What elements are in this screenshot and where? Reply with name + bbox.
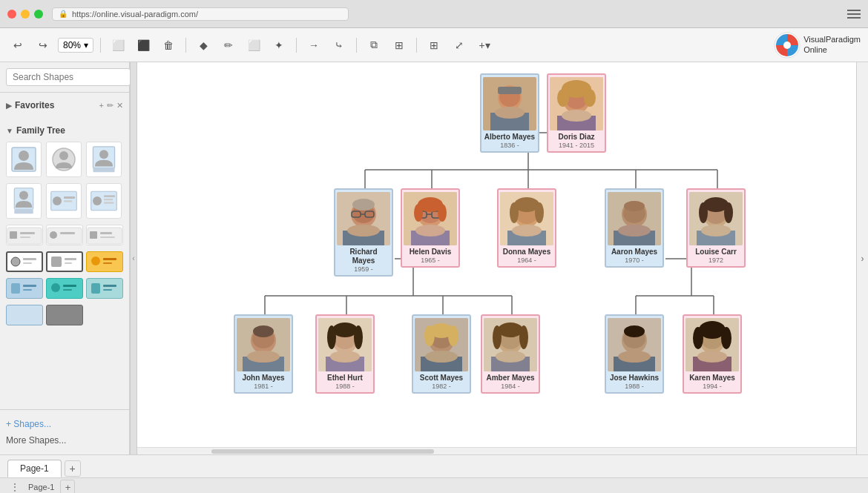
fill-button[interactable]: ◆ [193,35,214,56]
card-scott[interactable]: Scott Mayes 1982 - [412,314,471,394]
group-button[interactable]: ⧉ [364,35,384,56]
dates-scott: 1982 - [432,383,451,390]
shape-list-3[interactable] [86,225,123,245]
svg-rect-76 [498,87,522,94]
dates-jose: 1988 - [625,383,644,390]
card-helen[interactable]: Helen Davis 1965 - [401,188,460,268]
sidebar-collapse-handle[interactable]: ‹ [130,62,137,454]
line-color-button[interactable]: ✏ [218,35,239,56]
shape-blue-1[interactable] [6,278,43,299]
waypoint-button[interactable]: ⤷ [329,35,349,56]
url-text: https://online.visual-paradigm.com/ [72,10,198,19]
titlebar: 🔒 https://online.visual-paradigm.com/ [0,0,868,28]
favorites-actions: + ✏ ✕ [99,101,123,110]
fullscreen-button[interactable] [34,10,43,19]
shapes-row-4 [6,248,123,275]
card-karen[interactable]: Karen Mayes 1994 - [683,314,742,394]
shape-male-photo[interactable] [6,142,42,177]
shape-dark-1[interactable] [46,305,83,325]
more-shapes-button[interactable]: More Shapes... [6,432,66,449]
horizontal-scrollbar[interactable] [137,447,856,454]
shape-circle-photo[interactable] [46,142,82,177]
card-jose[interactable]: Jose Hawkins 1988 - [605,314,664,394]
shape-tall-photo[interactable] [6,183,42,219]
shape-list-1[interactable] [6,225,43,245]
photo-jose [608,318,661,371]
node-ethel[interactable]: Ethel Hurt 1988 - [315,314,375,394]
shape-list-2[interactable] [46,225,83,245]
add-button[interactable]: +▾ [474,35,495,56]
card-aaron[interactable]: Aaron Mayes 1970 - [605,188,664,268]
shape-plain-1[interactable] [6,305,43,325]
favorites-edit-btn[interactable]: ✏ [107,101,114,110]
sidebar-shapes-section: ▶ Favorites + ✏ ✕ ▼ Family Tree [0,93,129,409]
add-shapes-button[interactable]: + Shapes... [6,416,51,432]
scroll-thumb[interactable] [211,449,434,454]
name-jose: Jose Hawkins [610,374,659,383]
shape-light-blue-1[interactable] [86,278,123,299]
border-button[interactable]: ⬜ [243,35,264,56]
node-john[interactable]: John Mayes 1981 - [234,314,293,394]
close-button[interactable] [7,10,16,19]
card-alberto[interactable]: Alberto Mayes 1836 - [480,73,539,153]
menu-button[interactable] [847,10,861,19]
shape-teal-1[interactable] [46,278,83,299]
style-button[interactable]: ✦ [269,35,289,56]
shape-labeled-photo[interactable] [86,142,122,177]
card-donna[interactable]: Donna Mayes 1964 - [497,188,556,268]
svg-rect-35 [51,257,62,267]
address-bar[interactable]: 🔒 https://online.visual-paradigm.com/ [52,7,349,21]
favorites-header[interactable]: ▶ Favorites + ✏ ✕ [6,97,123,113]
fit-button[interactable]: ⤢ [449,35,470,56]
favorites-close-btn[interactable]: ✕ [116,101,123,110]
bottom-add-tab-button[interactable]: + [60,480,75,493]
tab-page-1[interactable]: Page-1 [7,460,62,477]
card-amber[interactable]: Amber Mayes 1984 - [481,314,540,394]
minimize-button[interactable] [21,10,30,19]
svg-rect-27 [60,232,75,234]
card-richard[interactable]: Richard Mayes 1959 - [334,188,393,277]
arrange-button[interactable]: ⊞ [389,35,410,56]
copy-button[interactable]: ⬜ [108,35,128,56]
node-alberto[interactable]: Alberto Mayes 1836 - [480,73,539,153]
node-karen[interactable]: Karen Mayes 1994 - [683,314,742,394]
add-page-tab-button[interactable]: + [65,460,81,477]
paste-button[interactable]: ⬛ [133,35,154,56]
canvas-area[interactable]: Alberto Mayes 1836 - [137,62,856,454]
svg-point-138 [354,325,363,349]
node-donna[interactable]: Donna Mayes 1964 - [497,188,556,268]
undo-button[interactable]: ↩ [7,35,28,56]
shape-color-card[interactable] [86,251,123,272]
node-amber[interactable]: Amber Mayes 1984 - [481,314,540,394]
svg-point-118 [618,225,651,236]
delete-button[interactable]: 🗑 [158,35,179,56]
bottom-menu-button[interactable]: ⋮ [7,480,22,493]
svg-rect-14 [64,196,75,199]
node-helen[interactable]: Helen Davis 1965 - [401,188,460,268]
node-scott[interactable]: Scott Mayes 1982 - [412,314,471,394]
zoom-dropdown-icon: ▾ [84,40,88,50]
card-ethel[interactable]: Ethel Hurt 1988 - [315,314,375,394]
zoom-control[interactable]: 80% ▾ [58,38,93,53]
search-input[interactable] [6,68,131,86]
right-panel-collapse-handle[interactable]: › [856,62,868,454]
svg-rect-23 [20,232,35,234]
node-doris[interactable]: Doris Diaz 1941 - 2015 [547,73,606,153]
svg-rect-11 [14,210,33,214]
node-aaron[interactable]: Aaron Mayes 1970 - [605,188,664,268]
family-tree-header[interactable]: ▼ Family Tree [6,122,123,139]
grid-button[interactable]: ⊞ [424,35,444,56]
shape-border-2[interactable] [46,251,83,272]
shape-border-1[interactable] [6,251,43,272]
redo-button[interactable]: ↪ [33,35,53,56]
node-richard[interactable]: Richard Mayes 1959 - [334,188,393,277]
node-louise[interactable]: Louise Carr 1972 [686,188,746,268]
favorites-add-btn[interactable]: + [99,101,104,110]
shape-card-lines[interactable] [86,183,122,219]
node-jose[interactable]: Jose Hawkins 1988 - [605,314,664,394]
card-doris[interactable]: Doris Diaz 1941 - 2015 [547,73,606,153]
card-louise[interactable]: Louise Carr 1972 [686,188,746,268]
connector-button[interactable]: → [303,35,324,56]
shape-wide-card[interactable] [46,183,82,219]
card-john[interactable]: John Mayes 1981 - [234,314,293,394]
